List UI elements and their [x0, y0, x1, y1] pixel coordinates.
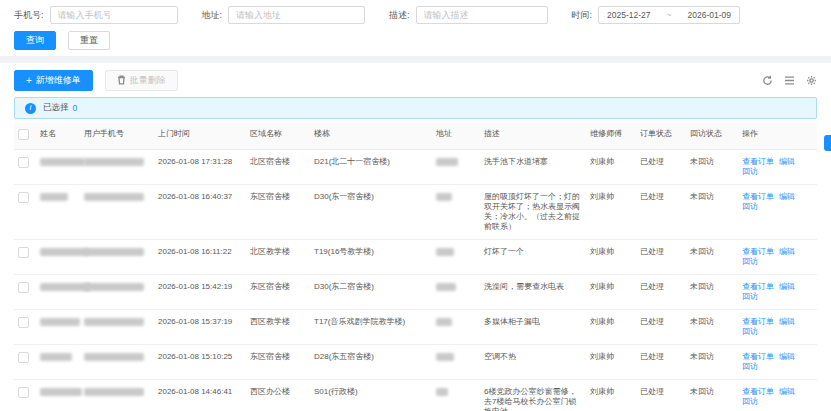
plus-icon: +	[26, 75, 32, 86]
add-button-label: 新增维修单	[36, 74, 81, 87]
edit-link[interactable]: 编辑	[779, 387, 795, 396]
visit-time-cell: 2026-01-08 16:40:37	[158, 185, 250, 209]
building-cell: D30(东一宿舍楼)	[314, 185, 436, 209]
description-cell: 洗手池下水道堵塞	[484, 150, 590, 174]
row-checkbox[interactable]	[18, 387, 29, 398]
select-all-checkbox[interactable]	[18, 129, 29, 140]
date-separator: ~	[667, 10, 672, 20]
operations-cell: 查看订单编辑回访	[742, 185, 812, 219]
visit-status-cell: 未回访	[690, 275, 742, 299]
redacted-phone	[84, 353, 144, 361]
redacted-address	[436, 388, 448, 396]
row-checkbox-cell	[14, 275, 40, 303]
setting-icon[interactable]	[805, 75, 817, 87]
visit-status-cell: 未回访	[690, 345, 742, 369]
view-order-link[interactable]: 查看订单	[742, 157, 774, 166]
name-cell-masked	[40, 310, 84, 333]
visit-link[interactable]: 回访	[742, 257, 758, 266]
visit-time-cell: 2026-01-08 16:11:22	[158, 240, 250, 264]
phone-cell-masked	[84, 240, 158, 263]
edit-link[interactable]: 编辑	[779, 192, 795, 201]
description-cell: 洗澡间，需要查水电表	[484, 275, 590, 299]
row-checkbox[interactable]	[18, 192, 29, 203]
redacted-name	[40, 248, 88, 256]
order-status-cell: 已处理	[640, 345, 690, 369]
table-row: 2026-01-08 16:11:22北区教学楼T19(16号教学楼)灯坏了一个…	[14, 240, 817, 275]
phone-cell-masked	[84, 185, 158, 208]
section-divider	[0, 56, 831, 63]
edit-link[interactable]: 编辑	[779, 247, 795, 256]
visit-link[interactable]: 回访	[742, 362, 758, 371]
phone-cell-masked	[84, 310, 158, 333]
visit-time-cell: 2026-01-08 15:42:19	[158, 275, 250, 299]
row-checkbox[interactable]	[18, 247, 29, 258]
desc-input[interactable]	[416, 6, 548, 24]
phone-cell-masked	[84, 275, 158, 298]
row-checkbox[interactable]	[18, 157, 29, 168]
order-status-cell: 已处理	[640, 185, 690, 209]
desc-label: 描述:	[389, 9, 410, 22]
view-order-link[interactable]: 查看订单	[742, 282, 774, 291]
edit-link[interactable]: 编辑	[779, 282, 795, 291]
description-cell: 多媒体柜子漏电	[484, 310, 590, 334]
view-order-link[interactable]: 查看订单	[742, 317, 774, 326]
selection-count: 0	[73, 103, 78, 113]
query-button[interactable]: 查询	[14, 31, 56, 50]
redacted-address	[436, 193, 452, 201]
operations-cell: 查看订单编辑回访	[742, 310, 812, 344]
view-order-link[interactable]: 查看订单	[742, 387, 774, 396]
row-checkbox[interactable]	[18, 317, 29, 328]
name-cell-masked	[40, 240, 84, 263]
visit-link[interactable]: 回访	[742, 167, 758, 176]
column-header-10: 回访状态	[690, 123, 742, 145]
building-cell: D30(东二宿舍楼)	[314, 275, 436, 299]
info-icon: i	[25, 103, 36, 114]
area-cell: 东区宿舍楼	[250, 345, 314, 369]
theme-setting-tab[interactable]	[824, 135, 831, 151]
view-order-link[interactable]: 查看订单	[742, 192, 774, 201]
edit-link[interactable]: 编辑	[779, 352, 795, 361]
column-header-5: 楼栋	[314, 123, 436, 145]
address-cell-masked	[436, 150, 484, 173]
selection-text: 已选择	[43, 102, 69, 114]
refresh-icon[interactable]	[761, 75, 773, 87]
trash-icon	[117, 75, 126, 87]
address-input[interactable]	[228, 6, 365, 24]
description-cell: 屋的吸顶灯坏了一个；灯的双开关坏了；热水表显示阀关；冷水小。（过去之前提前联系）	[484, 185, 590, 239]
reset-button[interactable]: 重置	[68, 31, 110, 50]
density-icon[interactable]	[783, 75, 795, 87]
visit-link[interactable]: 回访	[742, 327, 758, 336]
area-cell: 北区教学楼	[250, 240, 314, 264]
table-row: 2026-01-08 15:10:25东区宿舍楼D28(东五宿舍楼)空调不热刘康…	[14, 345, 817, 380]
row-checkbox[interactable]	[18, 352, 29, 363]
view-order-link[interactable]: 查看订单	[742, 247, 774, 256]
visit-time-cell: 2026-01-08 15:10:25	[158, 345, 250, 369]
operations-cell: 查看订单编辑回访	[742, 380, 812, 411]
date-range-picker[interactable]: 2025-12-27 ~ 2026-01-09	[598, 6, 740, 24]
order-status-cell: 已处理	[640, 150, 690, 174]
column-header-2: 用户手机号	[84, 123, 158, 145]
edit-link[interactable]: 编辑	[779, 317, 795, 326]
add-repair-order-button[interactable]: + 新增维修单	[14, 70, 93, 91]
filter-address: 地址:	[202, 6, 366, 24]
edit-link[interactable]: 编辑	[779, 157, 795, 166]
date-end[interactable]: 2026-01-09	[688, 10, 731, 20]
selection-info-bar: i 已选择 0	[14, 97, 817, 119]
visit-link[interactable]: 回访	[742, 202, 758, 211]
batch-delete-button[interactable]: 批量删除	[105, 70, 178, 91]
date-start[interactable]: 2025-12-27	[607, 10, 650, 20]
visit-status-cell: 未回访	[690, 240, 742, 264]
repair-orders-table: 姓名用户手机号上门时间区域名称楼栋地址描述维修师傅订单状态回访状态操作 2026…	[14, 123, 817, 411]
view-order-link[interactable]: 查看订单	[742, 352, 774, 361]
visit-link[interactable]: 回访	[742, 397, 758, 406]
phone-input[interactable]	[50, 6, 178, 24]
address-label: 地址:	[202, 9, 223, 22]
table-row: 2026-01-08 15:37:19西区教学楼T17(音乐戏剧学院教学楼)多媒…	[14, 310, 817, 345]
visit-time-cell: 2026-01-08 15:37:19	[158, 310, 250, 334]
table-toolbar: + 新增维修单 批量删除	[14, 70, 817, 91]
row-checkbox[interactable]	[18, 282, 29, 293]
building-cell: S01(行政楼)	[314, 380, 436, 404]
visit-link[interactable]: 回访	[742, 292, 758, 301]
worker-cell: 刘康帅	[590, 310, 640, 334]
visit-time-cell: 2026-01-08 17:31:28	[158, 150, 250, 174]
